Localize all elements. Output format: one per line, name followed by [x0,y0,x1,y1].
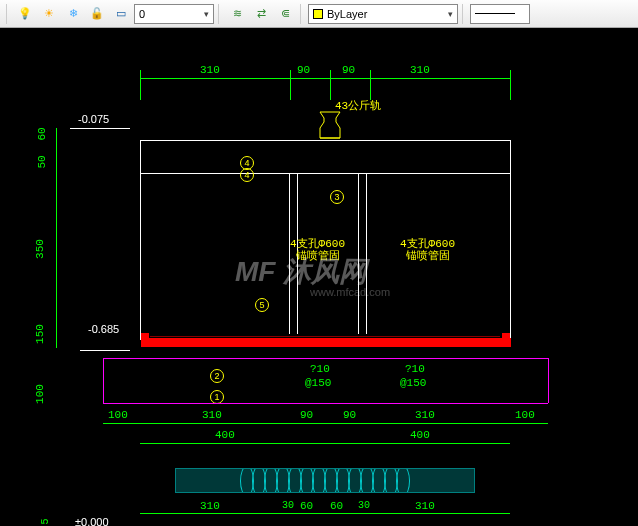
footing-bot [103,403,548,404]
circle-2: 2 [210,369,224,383]
dim-b6: 100 [515,409,535,421]
layer-zero-label: 0 [139,8,145,20]
dim-b5: 310 [415,409,435,421]
dim-left-3: 350 [34,239,46,259]
detail-section [175,468,475,493]
bylayer-combo[interactable]: ByLayer ▾ [308,4,458,24]
circle-1: 1 [210,390,224,404]
dim-top-1: 310 [200,64,220,76]
dim-top-3: 90 [342,64,355,76]
dim-left-5: 100 [34,384,46,404]
layer-zero-combo[interactable]: 0 ▾ [134,4,214,24]
footing-r [548,358,549,403]
dim-d5: 30 [358,500,370,511]
layer-icon[interactable]: ▭ [110,3,132,25]
dim-bt1: 400 [215,429,235,441]
tool-btn-2[interactable]: ⇄ [250,3,272,25]
cad-viewport[interactable]: 310 90 90 310 -0.075 60 50 350 150 100 4… [0,28,638,526]
circle-3: 3 [330,190,344,204]
circle-5: 5 [255,298,269,312]
dim-b3: 90 [300,409,313,421]
dim-d3: 60 [300,500,313,512]
red-base-right [502,333,510,347]
dim-d6: 310 [415,500,435,512]
lock-icon[interactable]: 🔓 [86,3,108,25]
layer-swatch [313,9,323,19]
bulb-icon[interactable]: 💡 [14,3,36,25]
dim-left-1: 60 [36,127,48,140]
note-right: 4支孔Φ600 锚喷管固 [400,238,455,262]
linetype-line [475,13,515,14]
red-base-main [141,338,511,347]
snow-icon[interactable]: ❄ [62,3,84,25]
dim-b1: 100 [108,409,128,421]
dim-top-2: 90 [297,64,310,76]
main-toolbar: 💡 ☀ ❄ 🔓 ▭ 0 ▾ ≋ ⇄ ⋐ ByLayer ▾ [0,0,638,28]
dim-d2: 30 [282,500,294,511]
tool-btn-3[interactable]: ⋐ [274,3,296,25]
dim-bottom-h: 5 [40,518,51,524]
bylayer-label: ByLayer [327,8,367,20]
rail-icon [318,110,342,140]
dim-d4: 60 [330,500,343,512]
dim-b4: 90 [343,409,356,421]
dim-b2: 310 [202,409,222,421]
level-bottom: ±0.000 [75,516,109,526]
linetype-combo[interactable] [470,4,530,24]
rebar1a: ?10 [310,363,330,375]
level-top: -0.075 [78,113,109,125]
rebar1b: @150 [305,377,331,389]
circle-4b: 4 [240,168,254,182]
chevron-down-icon: ▾ [204,9,209,19]
dim-left-4: 150 [34,324,46,344]
note-left: 4支孔Φ600 锚喷管固 [290,238,345,262]
footing-top [103,358,548,359]
chevron-down-icon: ▾ [448,9,453,19]
sun-icon[interactable]: ☀ [38,3,60,25]
rebar2a: ?10 [405,363,425,375]
footing-l [103,358,104,403]
tool-btn-1[interactable]: ≋ [226,3,248,25]
dim-left-2: 50 [36,155,48,168]
dim-top-4: 310 [410,64,430,76]
dim-d1: 310 [200,500,220,512]
dim-bt2: 400 [410,429,430,441]
level-mid: -0.685 [88,323,119,335]
rebar2b: @150 [400,377,426,389]
